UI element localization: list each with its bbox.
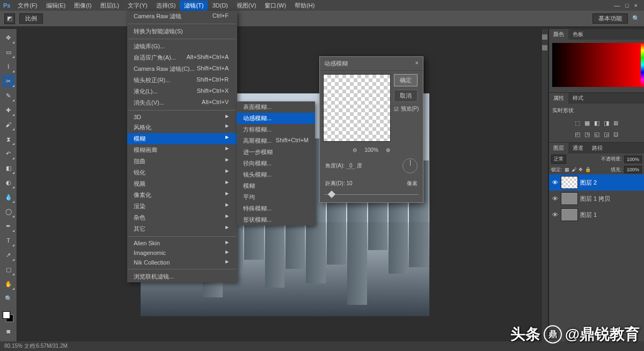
dialog-close-icon[interactable]: × — [415, 60, 419, 68]
menu-layer[interactable]: 图层(L) — [96, 1, 123, 11]
tab-colors[interactable]: 颜色 — [549, 29, 568, 40]
mi-vanishing[interactable]: 消失点(V)...Alt+Ctrl+V — [127, 97, 237, 108]
search-icon[interactable]: 🔍 — [632, 15, 640, 22]
tab-swatches[interactable]: 色板 — [568, 29, 588, 40]
prop-icon[interactable]: ▦ — [584, 120, 590, 127]
lasso-tool[interactable]: ⌇ — [2, 60, 15, 73]
eraser-tool[interactable]: ◧ — [2, 162, 15, 174]
lock-trans-icon[interactable]: ▦ — [565, 167, 569, 172]
mi-adaptive[interactable]: 自适应广角(A)...Alt+Shift+Ctrl+A — [127, 52, 237, 63]
zoom-in-icon[interactable]: ⊕ — [386, 147, 390, 153]
mi-noise[interactable]: 杂色 — [127, 212, 237, 223]
sm-gauss[interactable]: 高斯模糊...Shift+Ctrl+M — [237, 135, 315, 147]
fill-value[interactable]: 100% — [624, 166, 642, 173]
sm-radial[interactable]: 径向模糊... — [237, 158, 315, 169]
dialog-preview[interactable] — [323, 74, 391, 142]
angle-input[interactable]: 0 — [346, 163, 356, 169]
mi-other[interactable]: 其它 — [127, 223, 237, 235]
mi-pixelate[interactable]: 像素化 — [127, 189, 237, 201]
eye-icon[interactable]: 👁 — [551, 179, 559, 186]
prop-icon[interactable]: ◨ — [604, 120, 609, 127]
mi-lens[interactable]: 镜头校正(R)...Shift+Ctrl+R — [127, 75, 237, 86]
eye-icon[interactable]: 👁 — [551, 211, 559, 218]
tab-properties[interactable]: 属性 — [549, 93, 568, 104]
strip-icon[interactable] — [542, 45, 547, 50]
mi-imagen[interactable]: Imagenomic — [127, 248, 237, 258]
gradient-tool[interactable]: ◐ — [2, 176, 15, 189]
mi-blur-gallery[interactable]: 模糊画廊 — [127, 144, 237, 156]
dodge-tool[interactable]: ◯ — [2, 205, 15, 218]
healing-tool[interactable]: ✚ — [2, 104, 15, 116]
layer-thumb[interactable] — [561, 208, 578, 221]
maximize-button[interactable]: □ — [625, 2, 629, 9]
menu-window[interactable]: 窗口(W) — [260, 1, 290, 11]
distance-slider[interactable] — [324, 191, 419, 199]
mi-smart[interactable]: 转换为智能滤镜(S) — [127, 26, 237, 37]
eyedropper-tool[interactable]: ✎ — [2, 89, 15, 102]
layer-thumb[interactable] — [561, 176, 578, 189]
close-button[interactable]: × — [634, 2, 638, 9]
prop-icon[interactable]: ◰ — [575, 131, 580, 138]
preview-checkbox[interactable]: ☑预览(P) — [394, 105, 419, 113]
prop-icon[interactable]: ◳ — [584, 131, 590, 138]
workspace-select[interactable]: 基本功能 — [592, 13, 628, 24]
ok-button[interactable]: 确定 — [394, 74, 418, 86]
angle-wheel[interactable] — [402, 158, 418, 173]
mi-browse[interactable]: 浏览联机滤镜... — [127, 271, 237, 282]
hue-bar[interactable] — [641, 43, 644, 87]
menu-file[interactable]: 文件(F) — [13, 1, 41, 11]
mi-sharpen[interactable]: 锐化 — [127, 167, 237, 178]
prop-icon[interactable]: ⬚ — [575, 120, 580, 127]
menu-image[interactable]: 图像(I) — [70, 1, 96, 11]
sm-smart[interactable]: 特殊模糊... — [237, 203, 315, 214]
tab-channels[interactable]: 通道 — [568, 143, 588, 153]
mi-video[interactable]: 视频 — [127, 178, 237, 189]
strip-icon[interactable] — [542, 34, 547, 40]
sm-motion[interactable]: 动感模糊... — [237, 113, 315, 124]
mi-3d[interactable]: 3D — [127, 112, 237, 122]
prop-icon[interactable]: ◲ — [604, 131, 609, 138]
history-brush-tool[interactable]: ↶ — [2, 147, 15, 160]
prop-icon[interactable]: ⊞ — [613, 120, 618, 127]
layer-name[interactable]: 图层 1 拷贝 — [580, 195, 610, 203]
collapse-strip[interactable] — [541, 29, 548, 341]
sm-more[interactable]: 进一步模糊 — [237, 147, 315, 158]
prop-icon[interactable]: ⊡ — [613, 131, 618, 138]
layer-row[interactable]: 👁 图层 1 拷贝 — [549, 191, 644, 207]
mi-camera-raw[interactable]: Camera Raw 滤镜(C)...Shift+Ctrl+A — [127, 63, 237, 75]
path-tool[interactable]: ↗ — [2, 248, 15, 261]
menu-filter[interactable]: 滤镜(T) — [180, 1, 208, 11]
marquee-tool[interactable]: ▭ — [2, 46, 15, 58]
menu-help[interactable]: 帮助(H) — [290, 1, 319, 11]
mi-gallery[interactable]: 滤镜库(G)... — [127, 41, 237, 52]
layer-name[interactable]: 图层 2 — [580, 179, 597, 187]
mi-liquify[interactable]: 液化(L)...Shift+Ctrl+X — [127, 86, 237, 97]
mi-alien[interactable]: Alien Skin — [127, 238, 237, 248]
sm-shape[interactable]: 形状模糊... — [237, 214, 315, 225]
quickmask-icon[interactable]: ◙ — [2, 325, 15, 338]
menu-select[interactable]: 选择(S) — [152, 1, 180, 11]
cancel-button[interactable]: 取消 — [394, 90, 418, 102]
sm-surface[interactable]: 表面模糊... — [237, 101, 315, 113]
lock-paint-icon[interactable]: 🖌 — [572, 167, 576, 172]
type-tool[interactable]: T — [2, 234, 15, 247]
sm-lensblur[interactable]: 镜头模糊... — [237, 169, 315, 180]
sm-box[interactable]: 方框模糊... — [237, 124, 315, 135]
layer-row[interactable]: 👁 图层 2 — [549, 174, 644, 191]
ratio-select[interactable]: 比例 — [19, 13, 43, 24]
menu-edit[interactable]: 编辑(E) — [42, 1, 70, 11]
tab-paths[interactable]: 路径 — [588, 143, 607, 153]
mi-lastfilter[interactable]: Camera Raw 滤镜Ctrl+F — [127, 11, 237, 22]
blur-tool[interactable]: 💧 — [2, 191, 15, 203]
mi-render[interactable]: 渲染 — [127, 201, 237, 212]
menu-type[interactable]: 文字(Y) — [123, 1, 152, 11]
crop-tool[interactable]: ✂ — [2, 75, 15, 87]
mi-distort[interactable]: 扭曲 — [127, 156, 237, 167]
minimize-button[interactable]: — — [614, 2, 620, 9]
tool-preset-icon[interactable]: ◩ — [4, 13, 15, 24]
brush-tool[interactable]: 🖌 — [2, 118, 15, 131]
color-picker[interactable] — [552, 43, 641, 87]
layer-thumb[interactable] — [561, 192, 578, 205]
tab-styles[interactable]: 样式 — [568, 93, 588, 104]
sm-blur[interactable]: 模糊 — [237, 180, 315, 192]
